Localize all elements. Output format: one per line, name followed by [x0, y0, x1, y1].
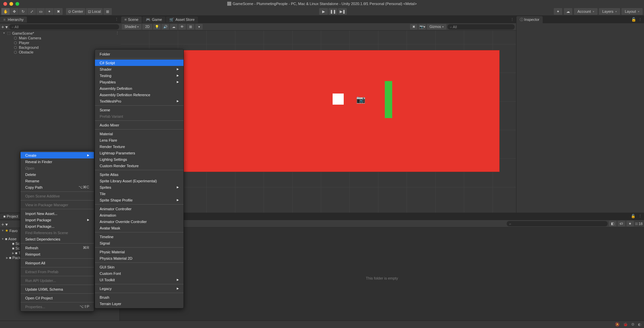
custom-tools[interactable]: ✖ [54, 8, 63, 15]
2d-toggle[interactable]: 2D [142, 24, 152, 30]
play-button[interactable]: ▶ [319, 8, 328, 15]
gameobject-player[interactable]: ⬡Player [0, 40, 121, 45]
scene-menu-icon[interactable]: ⋮ [115, 31, 119, 35]
ctx-reimport[interactable]: Reimport [21, 251, 94, 257]
ctx-custom-font[interactable]: Custom Font [95, 270, 183, 277]
ctx-shader[interactable]: Shader [95, 66, 183, 72]
ctx-select-deps[interactable]: Select Dependencies [21, 236, 94, 242]
audio-toggle[interactable]: 🔊 [162, 24, 169, 30]
ctx-material[interactable]: Material [95, 131, 183, 137]
camera-icon-btn[interactable]: 📷▾ [418, 24, 426, 30]
hierarchy-tab[interactable]: ≡ Hierarchy [0, 16, 27, 23]
rect-tool[interactable]: ▭ [36, 8, 45, 15]
inspector-tab[interactable]: ⓘ Inspector [516, 16, 543, 23]
ctx-reimport-all[interactable]: Reimport All [21, 260, 94, 266]
camera-gizmo[interactable]: 📷 [356, 95, 365, 104]
ctx-import-new[interactable]: Import New Asset... [21, 210, 94, 217]
notification-icon[interactable]: 🔕 [615, 322, 620, 327]
transform-tool[interactable]: ✦ [45, 8, 54, 15]
ctx-export-package[interactable]: Export Package... [21, 223, 94, 229]
collab-button[interactable]: ✦ [554, 8, 563, 15]
gameobject-main-camera[interactable]: ⬡Main Camera [0, 36, 121, 40]
ctx-testing[interactable]: Testing [95, 72, 183, 79]
ctx-open-csproj[interactable]: Open C# Project [21, 295, 94, 301]
snap-toggle[interactable]: ⊞ [103, 8, 112, 15]
ctx-timeline[interactable]: Timeline [95, 233, 183, 240]
scale-tool[interactable]: ⤢ [28, 8, 36, 15]
ctx-physics-material-2d[interactable]: Physics Material 2D [95, 255, 183, 261]
ctx-sprite-library[interactable]: Sprite Library Asset (Experimental) [95, 178, 183, 184]
lighting-toggle[interactable]: 💡 [153, 24, 161, 30]
maximize-window-button[interactable] [15, 2, 19, 6]
step-button[interactable]: ▶❚ [338, 8, 347, 15]
gizmos-dropdown[interactable]: Gizmos [427, 24, 446, 30]
ctx-render-texture[interactable]: Render Texture [95, 143, 183, 150]
ctx-reveal[interactable]: Reveal in Finder [21, 158, 94, 165]
close-window-button[interactable] [3, 2, 7, 6]
hidden-count[interactable]: 👁̸18 [635, 222, 643, 226]
rotate-tool[interactable]: ↻ [19, 8, 28, 15]
tool-settings[interactable]: ✖ [410, 24, 417, 30]
cloud-button[interactable]: ☁ [564, 8, 573, 15]
ctx-import-package[interactable]: Import Package [21, 217, 94, 223]
ctx-lighting-settings[interactable]: Lighting Settings [95, 156, 183, 162]
ctx-rename[interactable]: Rename [21, 178, 94, 184]
panel-menu-icon[interactable]: ⋮ [638, 214, 644, 218]
ctx-terrain-layer[interactable]: Terrain Layer [95, 300, 183, 307]
rotation-toggle[interactable]: ⊡Local [86, 8, 103, 15]
lock-icon[interactable]: 🔓 [631, 17, 638, 22]
ctx-animation[interactable]: Animation [95, 212, 183, 218]
account-dropdown[interactable]: Account [574, 8, 598, 15]
ctx-asmdef[interactable]: Assembly Definition [95, 85, 183, 92]
filter-by-type[interactable]: ◧ [609, 221, 616, 226]
project-content[interactable]: ⌕ ◧ 🏷 ★ 👁̸18 This folder is empty [120, 220, 644, 328]
ctx-update-uxml[interactable]: Update UXML Schema [21, 286, 94, 292]
asset-store-tab[interactable]: 🛒Asset Store [166, 16, 198, 23]
ctx-create[interactable]: Create [21, 152, 94, 158]
ctx-signal[interactable]: Signal [95, 240, 183, 246]
ctx-animator-controller[interactable]: Animator Controller [95, 206, 183, 212]
ctx-custom-rt[interactable]: Custom Render Texture [95, 162, 183, 169]
obstacle-object[interactable] [385, 81, 392, 118]
ctx-audio-mixer[interactable]: Audio Mixer [95, 122, 183, 128]
ctx-gui-skin[interactable]: GUI Skin [95, 264, 183, 270]
shading-mode-dropdown[interactable]: Shaded [122, 24, 141, 30]
lock-icon[interactable]: 🔓 [631, 214, 638, 218]
ctx-copypath[interactable]: Copy Path⌥⌘C [21, 184, 94, 190]
ctx-brush[interactable]: Brush [95, 294, 183, 300]
camera-settings[interactable]: ▾ [195, 24, 203, 30]
save-search[interactable]: ★ [626, 221, 634, 226]
ctx-delete[interactable]: Delete [21, 171, 94, 178]
ctx-playables[interactable]: Playables [95, 79, 183, 85]
scene-root[interactable]: ▼ ⬚ GameScene* ⋮ [0, 31, 121, 36]
move-tool[interactable]: ✥ [10, 8, 19, 15]
project-tab[interactable]: ■ Project [0, 213, 22, 219]
pivot-toggle[interactable]: ⊙Center [66, 8, 85, 15]
ctx-sprites[interactable]: Sprites [95, 184, 183, 190]
ctx-folder[interactable]: Folder [95, 51, 183, 57]
project-create-icon[interactable]: + ▾ [1, 222, 8, 227]
minimize-window-button[interactable] [9, 2, 13, 6]
ctx-avatar-mask[interactable]: Avatar Mask [95, 225, 183, 231]
ctx-animator-override[interactable]: Animator Override Controller [95, 218, 183, 225]
ctx-legacy[interactable]: Legacy [95, 285, 183, 292]
panel-menu-icon[interactable]: ⋮ [510, 17, 516, 22]
hierarchy-search[interactable]: ⌕ All [9, 24, 119, 30]
panel-menu-icon[interactable]: ⋮ [638, 17, 644, 22]
grid-toggle[interactable]: ⊞ [187, 24, 194, 30]
background-object[interactable] [182, 50, 500, 172]
fx-toggle[interactable]: ☁ [170, 24, 177, 30]
ctx-tmp[interactable]: TextMeshPro [95, 98, 183, 104]
ctx-lightmap-params[interactable]: Lightmap Parameters [95, 150, 183, 156]
ctx-physic-material[interactable]: Physic Material [95, 249, 183, 255]
code-optimization-icon[interactable]: ⚙ [631, 322, 635, 327]
hidden-toggle[interactable]: 👁 [178, 24, 186, 30]
create-dropdown[interactable]: + ▾ [1, 24, 8, 30]
ctx-tile[interactable]: Tile [95, 190, 183, 197]
ctx-asmref[interactable]: Assembly Definition Reference [95, 92, 183, 98]
ctx-ui-toolkit[interactable]: UI Toolkit [95, 277, 183, 283]
debug-icon[interactable]: 🐞 [623, 322, 628, 327]
game-tab[interactable]: 🎮Game [142, 16, 165, 23]
scene-tab[interactable]: ⌗Scene [121, 16, 142, 23]
ctx-refresh[interactable]: Refresh⌘R [21, 245, 94, 251]
